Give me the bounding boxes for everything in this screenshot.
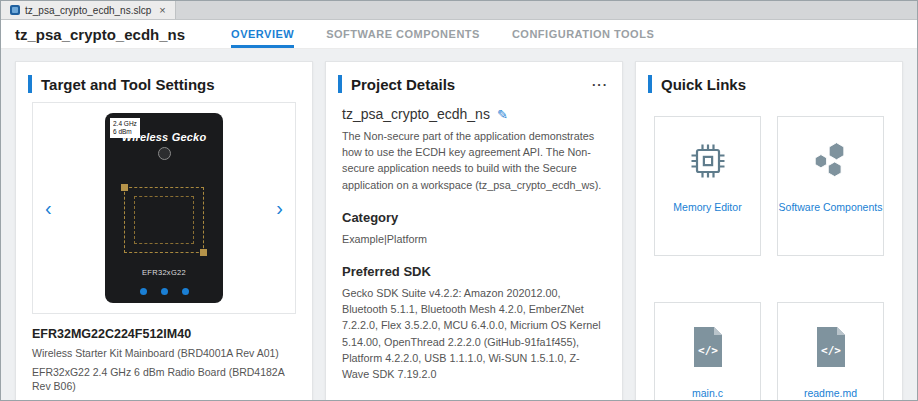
project-description: The Non-secure part of the application d…: [342, 128, 606, 193]
svg-text:</>: </>: [698, 344, 718, 357]
board-leds: [105, 288, 223, 295]
editor-tab-title: tz_psa_crypto_ecdh_ns.slcp: [25, 5, 151, 16]
quick-link-software-components[interactable]: Software Components: [777, 116, 884, 256]
editor-tabstrip: tz_psa_crypto_ecdh_ns.slcp ×: [1, 1, 917, 20]
edit-pencil-icon[interactable]: ✎: [497, 107, 508, 122]
card-accent-bar: [648, 75, 652, 93]
category-value: Example|Platform: [342, 231, 606, 247]
pcb-traces: [124, 187, 204, 253]
part-number: EFR32MG22C224F512IM40: [32, 327, 296, 341]
project-menu-icon[interactable]: ···: [592, 78, 608, 91]
preferred-sdk-value: Gecko SDK Suite v4.2.2: Amazon 202012.00…: [342, 285, 606, 382]
carousel-next-icon[interactable]: ›: [276, 198, 283, 218]
gecko-logo-icon: [158, 147, 171, 160]
category-heading: Category: [342, 210, 606, 225]
board-led-dot: [182, 288, 189, 295]
markdown-file-icon: </>: [812, 325, 850, 373]
radio-board-graphic: 2.4 GHz 6 dBm Wireless Gecko EFR32xG22: [105, 113, 223, 303]
radio-board-description: EFR32xG22 2.4 GHz 6 dBm Radio Board (BRD…: [32, 365, 296, 393]
project-details-card: Project Details ··· tz_psa_crypto_ecdh_n…: [325, 61, 623, 400]
tab-software-components[interactable]: SOFTWARE COMPONENTS: [326, 20, 480, 48]
project-card-title: Project Details: [351, 76, 455, 93]
quick-link-label: readme.md: [804, 387, 857, 399]
editor-tab-slcp[interactable]: tz_psa_crypto_ecdh_ns.slcp ×: [1, 1, 176, 19]
board-led-dot: [140, 288, 147, 295]
board-led-dot: [161, 288, 168, 295]
hexagons-icon: [809, 139, 853, 187]
quick-link-readme-md[interactable]: </> readme.md: [777, 302, 884, 400]
quick-link-label: Memory Editor: [673, 201, 741, 213]
board-chip-label: EFR32xG22: [105, 268, 223, 277]
quick-link-main-c[interactable]: </> main.c: [654, 302, 761, 400]
page-title: tz_psa_crypto_ecdh_ns: [15, 26, 185, 43]
target-settings-card: Target and Tool Settings ‹ 2.4 GHz 6 dBm…: [15, 61, 313, 400]
mainboard-description: Wireless Starter Kit Mainboard (BRD4001A…: [32, 346, 296, 360]
carousel-prev-icon[interactable]: ‹: [45, 198, 52, 218]
card-accent-bar: [338, 75, 342, 93]
nav-tabs: OVERVIEW SOFTWARE COMPONENTS CONFIGURATI…: [215, 20, 670, 48]
card-accent-bar: [28, 75, 32, 93]
board-image: ‹ 2.4 GHz 6 dBm Wireless Gecko: [32, 102, 296, 314]
preferred-sdk-heading: Preferred SDK: [342, 264, 606, 279]
slcp-file-icon: [10, 5, 20, 15]
import-mode-heading: Import Mode: [342, 399, 606, 400]
tab-close-icon[interactable]: ×: [159, 4, 165, 16]
main-content: Target and Tool Settings ‹ 2.4 GHz 6 dBm…: [1, 49, 917, 400]
app-window: tz_psa_crypto_ecdh_ns.slcp × tz_psa_cryp…: [0, 0, 918, 401]
code-file-icon: </>: [689, 325, 727, 373]
quick-link-memory-editor[interactable]: Memory Editor: [654, 116, 761, 256]
board-freq-label: 2.4 GHz 6 dBm: [110, 118, 140, 138]
quick-links-title: Quick Links: [661, 76, 746, 93]
memory-chip-icon: [686, 139, 730, 187]
quick-link-label: main.c: [692, 387, 723, 399]
quick-links-card: Quick Links: [635, 61, 903, 400]
tab-configuration-tools[interactable]: CONFIGURATION TOOLS: [512, 20, 654, 48]
project-name: tz_psa_crypto_ecdh_ns: [342, 106, 490, 122]
svg-text:</>: </>: [821, 344, 841, 357]
quick-link-label: Software Components: [779, 201, 883, 213]
project-header: tz_psa_crypto_ecdh_ns OVERVIEW SOFTWARE …: [1, 20, 917, 49]
tab-overview[interactable]: OVERVIEW: [231, 20, 294, 48]
target-card-title: Target and Tool Settings: [41, 76, 215, 93]
